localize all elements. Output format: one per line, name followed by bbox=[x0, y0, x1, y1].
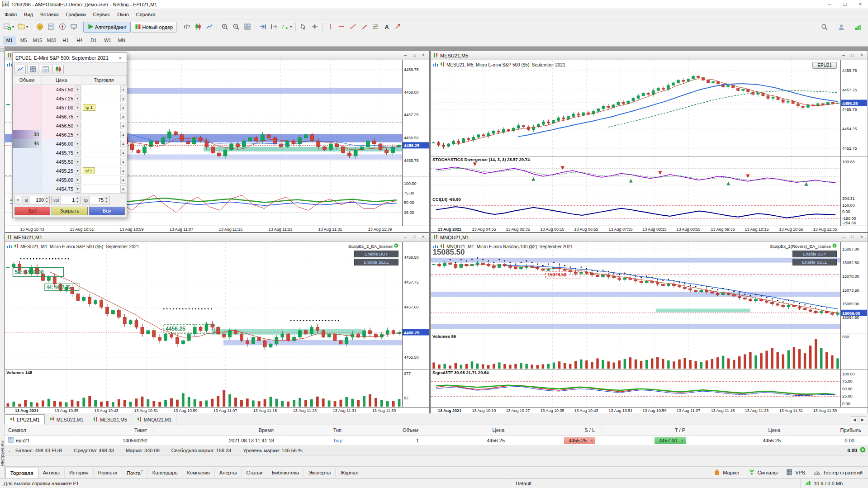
menu-справка[interactable]: Справка bbox=[133, 10, 159, 19]
menu-вид[interactable]: Вид bbox=[20, 10, 37, 19]
dom-order-badge[interactable]: tp 1 bbox=[83, 104, 95, 111]
dom-trade-cell[interactable]: ▲ bbox=[81, 94, 127, 103]
dom-up-arrow-icon[interactable]: ▲ bbox=[120, 185, 126, 193]
timeframe-w1-button[interactable]: W1 bbox=[101, 36, 114, 45]
bars-chart-button[interactable] bbox=[181, 22, 192, 33]
dom-price-dropdown-icon[interactable]: ▼ bbox=[75, 113, 81, 120]
text-tool-button[interactable]: A bbox=[381, 22, 392, 33]
dom-trade-cell[interactable]: tp 1▲ bbox=[81, 103, 127, 112]
dom-price-dropdown-icon[interactable]: ▼ bbox=[75, 167, 81, 175]
symbol-corner-button[interactable]: EPU21 bbox=[812, 62, 837, 69]
dom-price-row[interactable]: 4457.00▼tp 1▲ bbox=[13, 103, 127, 112]
dom-vol-input[interactable] bbox=[61, 196, 75, 204]
dom-price-row[interactable]: 4455.00▼▲ bbox=[13, 175, 127, 185]
chart-close-button[interactable]: × bbox=[419, 234, 427, 241]
chart-area[interactable]: MESU21, M5: Micro E-mini S&P 500 ($5): S… bbox=[431, 60, 868, 232]
toolbox-tab-история[interactable]: История bbox=[65, 468, 94, 478]
dom-price-row[interactable]: 4457.25▼▲ bbox=[13, 94, 127, 103]
chart-window-titlebar[interactable]: MESU21,M5–□× bbox=[431, 51, 868, 60]
enable-buy-button[interactable]: Enable BUY bbox=[354, 251, 398, 257]
account-button[interactable] bbox=[835, 22, 847, 33]
search-button[interactable] bbox=[819, 22, 830, 33]
collapse-chevron-icon[interactable]: ⌄ bbox=[8, 448, 11, 453]
navigator-button[interactable] bbox=[57, 22, 68, 33]
chart-shift-button[interactable] bbox=[268, 22, 280, 33]
arrows-tool-button[interactable] bbox=[392, 22, 403, 33]
toolbox-rail-label[interactable]: Инструменты bbox=[0, 441, 5, 466]
dom-price-cell[interactable]: 4456.75▼ bbox=[42, 112, 81, 121]
toolbox-tab-календарь[interactable]: Календарь bbox=[148, 468, 183, 478]
dom-close-icon[interactable]: × bbox=[117, 55, 124, 61]
new-chart-dropdown-icon[interactable]: ▾ bbox=[12, 25, 14, 29]
dom-price-row[interactable]: 4455.50▼▲ bbox=[13, 157, 127, 166]
dom-price-row[interactable]: 4457.50▼▲ bbox=[13, 85, 127, 94]
sl-chip[interactable]: 4455.25× bbox=[564, 437, 595, 444]
menu-вставка[interactable]: Вставка bbox=[37, 10, 62, 19]
dom-up-arrow-icon[interactable]: ▲ bbox=[120, 176, 126, 184]
status-profile[interactable]: Default bbox=[511, 479, 800, 488]
dom-price-dropdown-icon[interactable]: ▼ bbox=[75, 140, 81, 147]
chart-close-button[interactable]: × bbox=[419, 52, 427, 59]
dom-titlebar[interactable]: EPU21, E-Mini S&P 500: September 2021 × bbox=[13, 53, 127, 63]
chart-minimize-button[interactable]: – bbox=[840, 52, 848, 59]
chart-area[interactable]: MESU21, M1: Micro E-mini S&P 500 ($5): S… bbox=[5, 242, 429, 413]
chart-restore-button[interactable]: □ bbox=[849, 52, 857, 59]
dom-price-dropdown-icon[interactable]: ▼ bbox=[75, 85, 81, 93]
dom-up-arrow-icon[interactable]: ▲ bbox=[120, 95, 126, 102]
dom-vol-spinner[interactable]: ▲▼ bbox=[75, 196, 80, 204]
line-chart-button[interactable] bbox=[204, 22, 215, 33]
cursor-button[interactable] bbox=[298, 22, 309, 33]
chart-tab-epu21m1[interactable]: EPU21,M1 bbox=[5, 414, 45, 425]
vline-button[interactable] bbox=[324, 22, 336, 33]
dom-price-cell[interactable]: 4456.25▼ bbox=[42, 130, 81, 139]
dom-tp-input[interactable] bbox=[90, 196, 104, 204]
dom-trade-cell[interactable]: ▲ bbox=[81, 148, 127, 157]
dom-up-arrow-icon[interactable]: ▲ bbox=[120, 158, 126, 166]
dom-price-row[interactable]: 4456.75▼▲ bbox=[13, 112, 127, 121]
status-connection[interactable]: 10.9 / 0.0 Mb bbox=[800, 479, 868, 488]
dom-up-arrow-icon[interactable]: ▲ bbox=[120, 104, 126, 111]
chart-close-button[interactable]: × bbox=[858, 234, 866, 241]
dom-price-cell[interactable]: 4457.25▼ bbox=[42, 94, 81, 103]
service-signals-service[interactable]: Сигналы bbox=[748, 469, 778, 477]
menu-окно[interactable]: Окно bbox=[114, 10, 133, 19]
toolbox-tab-компания[interactable]: Компания bbox=[182, 468, 214, 478]
dom-up-arrow-icon[interactable]: ▲ bbox=[120, 131, 126, 138]
profiles-dropdown-icon[interactable]: ▾ bbox=[26, 25, 28, 29]
chart-minimize-button[interactable]: – bbox=[840, 234, 848, 241]
chart-close-button[interactable]: × bbox=[858, 52, 866, 59]
dom-timesales-icon[interactable] bbox=[52, 65, 64, 74]
toolbox-tab-библиотека[interactable]: Библиотека bbox=[267, 468, 304, 478]
chart-canvas[interactable]: 4458.504457.754457.004455.5058: 4458.004… bbox=[5, 242, 429, 413]
zoom-in-button[interactable] bbox=[219, 22, 230, 33]
dom-chart-view-icon[interactable] bbox=[14, 65, 26, 74]
dom-price-dropdown-icon[interactable]: ▼ bbox=[75, 122, 81, 129]
dom-price-dropdown-icon[interactable]: ▼ bbox=[75, 185, 81, 193]
dom-price-cell[interactable]: 4457.50▼ bbox=[42, 85, 81, 94]
indicators-dropdown-icon[interactable]: ▾ bbox=[290, 25, 292, 29]
toolbox-tab-алерты[interactable]: Алерты bbox=[215, 468, 242, 478]
dom-up-arrow-icon[interactable]: ▲ bbox=[120, 122, 126, 129]
timeframe-mn-button[interactable]: MN bbox=[115, 36, 128, 45]
dom-trade-cell[interactable]: ▲ bbox=[81, 112, 127, 121]
crosshair-button[interactable] bbox=[309, 22, 320, 33]
dom-tp-spinner[interactable]: ▲▼ bbox=[104, 196, 109, 204]
chart-tab-mesu21m1[interactable]: MESU21,M1 bbox=[45, 414, 89, 425]
rail-collapse-icon[interactable] bbox=[0, 48, 4, 52]
dom-trade-cell[interactable]: ▲ bbox=[81, 139, 127, 148]
dom-orders-icon[interactable] bbox=[40, 65, 51, 74]
chart-minimize-button[interactable]: – bbox=[401, 234, 409, 241]
dom-price-row[interactable]: 4454.75▼▲ bbox=[13, 185, 127, 194]
data-window-button[interactable] bbox=[45, 22, 57, 33]
dom-price-cell[interactable]: 4455.00▼ bbox=[42, 175, 81, 184]
timeframe-h1-button[interactable]: H1 bbox=[59, 36, 72, 45]
dom-price-cell[interactable]: 4457.00▼ bbox=[42, 103, 81, 112]
profiles-button[interactable]: ▾ bbox=[16, 22, 30, 33]
toolbox-tab-статьи[interactable]: Статьи bbox=[242, 468, 267, 478]
chart-canvas[interactable]: 4458.754457.254455.754454.254452.754456.… bbox=[431, 60, 868, 232]
dom-price-dropdown-icon[interactable]: ▼ bbox=[75, 149, 81, 156]
dom-up-arrow-icon[interactable]: ▲ bbox=[120, 85, 126, 93]
fibo-button[interactable] bbox=[370, 22, 381, 33]
zoom-out-button[interactable] bbox=[230, 22, 242, 33]
window-close-button[interactable]: × bbox=[853, 0, 868, 9]
